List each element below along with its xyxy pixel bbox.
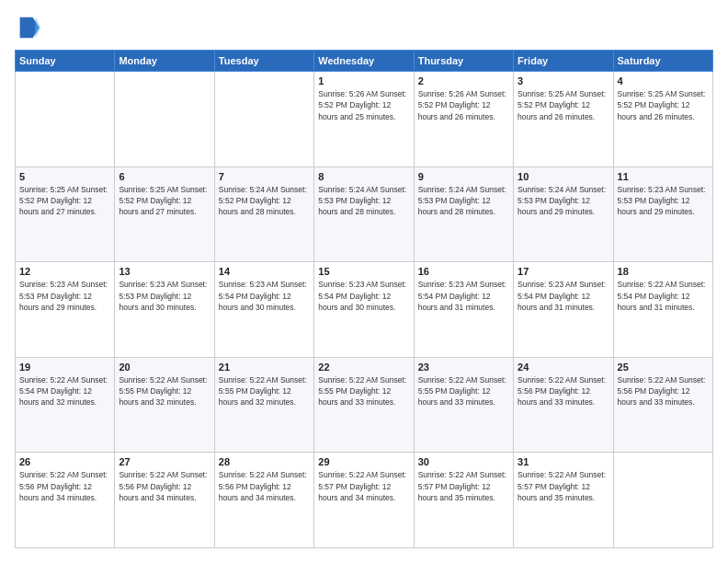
day-number: 4 xyxy=(618,75,709,86)
calendar-cell: 19Sunrise: 5:22 AM Sunset: 5:54 PM Dayli… xyxy=(16,357,115,453)
calendar-cell: 21Sunrise: 5:22 AM Sunset: 5:55 PM Dayli… xyxy=(214,357,313,453)
day-info: Sunrise: 5:22 AM Sunset: 5:56 PM Dayligh… xyxy=(219,469,310,503)
calendar-cell: 10Sunrise: 5:24 AM Sunset: 5:53 PM Dayli… xyxy=(514,167,613,262)
weekday-header: Sunday xyxy=(16,51,115,72)
calendar-cell: 22Sunrise: 5:22 AM Sunset: 5:55 PM Dayli… xyxy=(314,357,414,453)
weekday-header: Tuesday xyxy=(214,51,313,72)
day-info: Sunrise: 5:24 AM Sunset: 5:52 PM Dayligh… xyxy=(219,184,310,218)
day-number: 6 xyxy=(119,171,210,182)
day-info: Sunrise: 5:24 AM Sunset: 5:53 PM Dayligh… xyxy=(318,184,409,218)
day-info: Sunrise: 5:22 AM Sunset: 5:55 PM Dayligh… xyxy=(219,374,310,408)
day-info: Sunrise: 5:22 AM Sunset: 5:54 PM Dayligh… xyxy=(19,374,110,408)
day-number: 23 xyxy=(418,362,509,373)
day-info: Sunrise: 5:22 AM Sunset: 5:56 PM Dayligh… xyxy=(618,374,709,408)
day-number: 2 xyxy=(418,75,509,86)
weekday-header: Saturday xyxy=(613,51,712,72)
day-number: 13 xyxy=(119,266,210,277)
calendar-cell: 25Sunrise: 5:22 AM Sunset: 5:56 PM Dayli… xyxy=(613,357,712,453)
day-info: Sunrise: 5:25 AM Sunset: 5:52 PM Dayligh… xyxy=(618,88,709,122)
calendar-cell: 24Sunrise: 5:22 AM Sunset: 5:56 PM Dayli… xyxy=(514,357,613,453)
day-info: Sunrise: 5:23 AM Sunset: 5:53 PM Dayligh… xyxy=(19,279,110,313)
day-info: Sunrise: 5:23 AM Sunset: 5:54 PM Dayligh… xyxy=(418,279,509,313)
calendar-cell: 17Sunrise: 5:23 AM Sunset: 5:54 PM Dayli… xyxy=(514,262,613,358)
day-info: Sunrise: 5:23 AM Sunset: 5:54 PM Dayligh… xyxy=(518,279,609,313)
weekday-header: Wednesday xyxy=(314,51,414,72)
calendar-cell: 15Sunrise: 5:23 AM Sunset: 5:54 PM Dayli… xyxy=(314,262,414,358)
day-info: Sunrise: 5:23 AM Sunset: 5:53 PM Dayligh… xyxy=(119,279,210,313)
day-info: Sunrise: 5:22 AM Sunset: 5:55 PM Dayligh… xyxy=(418,374,509,408)
day-number: 26 xyxy=(19,456,110,467)
day-number: 8 xyxy=(318,171,409,182)
calendar-cell: 30Sunrise: 5:22 AM Sunset: 5:57 PM Dayli… xyxy=(414,453,513,548)
calendar-cell: 26Sunrise: 5:22 AM Sunset: 5:56 PM Dayli… xyxy=(16,453,115,548)
day-info: Sunrise: 5:23 AM Sunset: 5:54 PM Dayligh… xyxy=(219,279,310,313)
day-info: Sunrise: 5:23 AM Sunset: 5:54 PM Dayligh… xyxy=(318,279,409,313)
calendar-cell xyxy=(214,72,313,167)
day-info: Sunrise: 5:25 AM Sunset: 5:52 PM Dayligh… xyxy=(19,184,110,218)
day-number: 9 xyxy=(418,171,509,182)
calendar-cell: 31Sunrise: 5:22 AM Sunset: 5:57 PM Dayli… xyxy=(514,453,613,548)
day-number: 5 xyxy=(19,171,110,182)
calendar-cell: 5Sunrise: 5:25 AM Sunset: 5:52 PM Daylig… xyxy=(16,167,115,262)
logo-icon xyxy=(15,15,40,40)
calendar-cell: 18Sunrise: 5:22 AM Sunset: 5:54 PM Dayli… xyxy=(613,262,712,358)
calendar-cell: 14Sunrise: 5:23 AM Sunset: 5:54 PM Dayli… xyxy=(214,262,313,358)
day-info: Sunrise: 5:22 AM Sunset: 5:56 PM Dayligh… xyxy=(518,374,609,408)
day-number: 21 xyxy=(219,362,310,373)
page: SundayMondayTuesdayWednesdayThursdayFrid… xyxy=(0,0,728,563)
day-info: Sunrise: 5:25 AM Sunset: 5:52 PM Dayligh… xyxy=(119,184,210,218)
day-info: Sunrise: 5:23 AM Sunset: 5:53 PM Dayligh… xyxy=(618,184,709,218)
day-info: Sunrise: 5:22 AM Sunset: 5:54 PM Dayligh… xyxy=(618,279,709,313)
day-info: Sunrise: 5:22 AM Sunset: 5:57 PM Dayligh… xyxy=(418,469,509,503)
calendar-cell: 12Sunrise: 5:23 AM Sunset: 5:53 PM Dayli… xyxy=(16,262,115,358)
day-number: 11 xyxy=(618,171,709,182)
day-info: Sunrise: 5:22 AM Sunset: 5:56 PM Dayligh… xyxy=(119,469,210,503)
calendar-week-row: 12Sunrise: 5:23 AM Sunset: 5:53 PM Dayli… xyxy=(16,262,713,358)
calendar-week-row: 5Sunrise: 5:25 AM Sunset: 5:52 PM Daylig… xyxy=(16,167,713,262)
day-number: 18 xyxy=(618,266,709,277)
day-number: 25 xyxy=(618,362,709,373)
calendar-cell: 28Sunrise: 5:22 AM Sunset: 5:56 PM Dayli… xyxy=(214,453,313,548)
weekday-header: Thursday xyxy=(414,51,513,72)
day-number: 27 xyxy=(119,456,210,467)
day-info: Sunrise: 5:22 AM Sunset: 5:57 PM Dayligh… xyxy=(318,469,409,503)
calendar-cell: 23Sunrise: 5:22 AM Sunset: 5:55 PM Dayli… xyxy=(414,357,513,453)
calendar-cell xyxy=(613,453,712,548)
calendar-cell: 7Sunrise: 5:24 AM Sunset: 5:52 PM Daylig… xyxy=(214,167,313,262)
calendar-cell: 6Sunrise: 5:25 AM Sunset: 5:52 PM Daylig… xyxy=(115,167,214,262)
calendar-cell xyxy=(115,72,214,167)
day-info: Sunrise: 5:22 AM Sunset: 5:56 PM Dayligh… xyxy=(19,469,110,503)
day-number: 14 xyxy=(219,266,310,277)
calendar-table: SundayMondayTuesdayWednesdayThursdayFrid… xyxy=(15,50,713,548)
day-number: 30 xyxy=(418,456,509,467)
calendar-cell: 9Sunrise: 5:24 AM Sunset: 5:53 PM Daylig… xyxy=(414,167,513,262)
day-number: 22 xyxy=(318,362,409,373)
calendar-cell: 11Sunrise: 5:23 AM Sunset: 5:53 PM Dayli… xyxy=(613,167,712,262)
calendar-cell: 3Sunrise: 5:25 AM Sunset: 5:52 PM Daylig… xyxy=(514,72,613,167)
calendar-cell: 27Sunrise: 5:22 AM Sunset: 5:56 PM Dayli… xyxy=(115,453,214,548)
header xyxy=(15,15,713,40)
day-number: 7 xyxy=(219,171,310,182)
weekday-header: Monday xyxy=(115,51,214,72)
day-number: 10 xyxy=(518,171,609,182)
day-number: 3 xyxy=(518,75,609,86)
calendar-cell xyxy=(16,72,115,167)
calendar-cell: 20Sunrise: 5:22 AM Sunset: 5:55 PM Dayli… xyxy=(115,357,214,453)
svg-marker-1 xyxy=(35,17,40,38)
calendar-week-row: 26Sunrise: 5:22 AM Sunset: 5:56 PM Dayli… xyxy=(16,453,713,548)
day-number: 29 xyxy=(318,456,409,467)
calendar-cell: 16Sunrise: 5:23 AM Sunset: 5:54 PM Dayli… xyxy=(414,262,513,358)
calendar-cell: 1Sunrise: 5:26 AM Sunset: 5:52 PM Daylig… xyxy=(314,72,414,167)
day-number: 24 xyxy=(518,362,609,373)
day-info: Sunrise: 5:22 AM Sunset: 5:55 PM Dayligh… xyxy=(318,374,409,408)
day-number: 16 xyxy=(418,266,509,277)
calendar-week-row: 19Sunrise: 5:22 AM Sunset: 5:54 PM Dayli… xyxy=(16,357,713,453)
calendar-cell: 4Sunrise: 5:25 AM Sunset: 5:52 PM Daylig… xyxy=(613,72,712,167)
day-number: 19 xyxy=(19,362,110,373)
day-number: 31 xyxy=(518,456,609,467)
day-info: Sunrise: 5:22 AM Sunset: 5:55 PM Dayligh… xyxy=(119,374,210,408)
calendar-week-row: 1Sunrise: 5:26 AM Sunset: 5:52 PM Daylig… xyxy=(16,72,713,167)
day-info: Sunrise: 5:25 AM Sunset: 5:52 PM Dayligh… xyxy=(518,88,609,122)
calendar-cell: 29Sunrise: 5:22 AM Sunset: 5:57 PM Dayli… xyxy=(314,453,414,548)
day-info: Sunrise: 5:26 AM Sunset: 5:52 PM Dayligh… xyxy=(318,88,409,122)
